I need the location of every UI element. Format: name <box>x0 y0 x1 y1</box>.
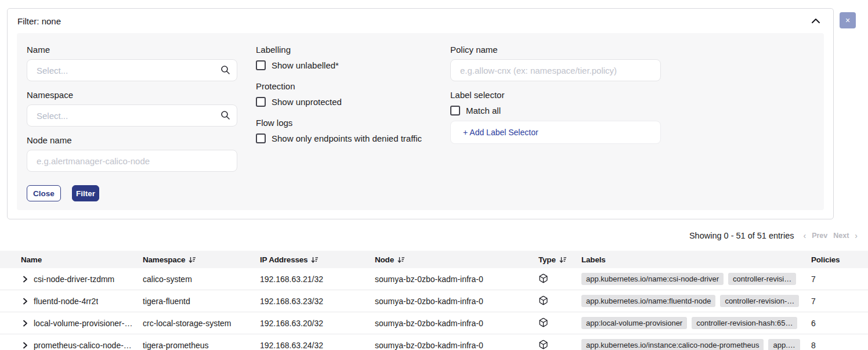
label-chip[interactable]: controller-revisi… <box>728 273 796 285</box>
expand-row-button[interactable] <box>21 297 29 305</box>
sort-icon <box>189 256 196 264</box>
sort-icon <box>397 256 405 264</box>
name-select-input[interactable] <box>27 59 237 81</box>
expand-row-icon <box>21 319 29 327</box>
expand-row-icon <box>21 275 29 283</box>
search-icon <box>220 65 230 77</box>
match-all-checkbox[interactable] <box>450 106 460 116</box>
column-header-namespace[interactable]: Namespace <box>143 255 260 264</box>
next-page-link[interactable]: Next <box>833 232 849 240</box>
prev-chevron-icon[interactable]: ‹ <box>803 231 806 240</box>
filter-column-middle: Labelling Show unlabelled* Protection Sh… <box>256 44 453 144</box>
label-selector-section-label: Label selector <box>450 89 661 101</box>
show-unprotected-checkbox[interactable] <box>256 97 266 107</box>
policy-name-input[interactable] <box>450 59 661 81</box>
add-label-selector-button[interactable]: + Add Label Selector <box>450 121 661 144</box>
collapse-filter-button[interactable] <box>811 18 820 24</box>
endpoint-name-cell: local-volume-provisioner-… <box>21 319 143 328</box>
column-header-ip-addresses[interactable]: IP Addresses <box>260 255 375 264</box>
filter-title: Filter: none <box>17 16 61 26</box>
label-chip[interactable]: app.… <box>768 339 800 350</box>
table-row: local-volume-provisioner-…crc-local-stor… <box>0 312 868 334</box>
table-row: prometheus-calico-node-…tigera-prometheu… <box>0 334 868 350</box>
endpoint-ip: 192.168.63.24/32 <box>260 341 375 350</box>
endpoint-policies-count: 7 <box>811 275 868 284</box>
close-icon: × <box>845 16 850 25</box>
endpoint-name[interactable]: prometheus-calico-node-… <box>34 341 132 350</box>
endpoint-policies-count: 8 <box>811 341 868 350</box>
endpoint-node: soumya-bz-0zbo-kadm-infra-0 <box>375 341 538 350</box>
close-panel-button[interactable]: × <box>840 12 856 28</box>
endpoint-name[interactable]: local-volume-provisioner-… <box>34 319 132 328</box>
pod-icon <box>538 340 548 349</box>
column-header-label: IP Addresses <box>260 255 308 264</box>
endpoint-labels-cell: app.kubernetes.io/instance:calico-node-p… <box>581 339 811 350</box>
expand-row-button[interactable] <box>21 319 29 327</box>
filter-button[interactable]: Filter <box>72 185 99 201</box>
column-header-labels: Labels <box>581 255 811 264</box>
table-header-row: NameNamespaceIP AddressesNodeTypeLabelsP… <box>0 251 868 268</box>
prev-page-link[interactable]: Prev <box>812 232 827 240</box>
endpoint-namespace: tigera-prometheus <box>143 341 260 350</box>
endpoint-type-cell <box>538 340 581 350</box>
column-header-node[interactable]: Node <box>375 255 538 264</box>
sort-icon <box>311 256 319 264</box>
name-field-label: Name <box>27 44 237 56</box>
table-row: fluentd-node-4rr2ttigera-fluentd192.168.… <box>0 290 868 312</box>
endpoint-ip: 192.168.63.21/32 <box>260 275 375 284</box>
match-all-label: Match all <box>466 106 501 116</box>
filter-panel-header: Filter: none <box>8 9 833 33</box>
label-chip[interactable]: controller-revision-hash:65… <box>692 317 797 329</box>
endpoint-name[interactable]: fluentd-node-4rr2t <box>34 297 98 306</box>
labelling-section-label: Labelling <box>256 44 453 56</box>
endpoint-name-cell: prometheus-calico-node-… <box>21 341 143 350</box>
table-body: csi-node-driver-tzdmmcalico-system192.16… <box>0 268 868 350</box>
endpoint-name-cell: csi-node-driver-tzdmm <box>21 275 143 284</box>
chevron-up-icon <box>811 18 820 24</box>
column-header-type[interactable]: Type <box>538 255 581 264</box>
search-icon <box>220 110 230 122</box>
node-name-field-label: Node name <box>27 135 237 146</box>
filter-panel: Filter: none Name Namespace <box>7 8 834 219</box>
filter-form: Name Namespace Node name Close Filt <box>17 33 824 210</box>
column-header-label: Labels <box>581 255 606 264</box>
table-row: csi-node-driver-tzdmmcalico-system192.16… <box>0 268 868 290</box>
endpoint-name[interactable]: csi-node-driver-tzdmm <box>34 275 114 284</box>
endpoint-namespace: calico-system <box>143 275 260 284</box>
column-header-label: Name <box>21 255 42 264</box>
filter-column-right: Policy name Label selector Match all + A… <box>450 44 661 144</box>
denied-traffic-label: Show only endpoints with denied traffic <box>272 133 422 143</box>
denied-traffic-checkbox[interactable] <box>256 133 266 143</box>
label-chip[interactable]: controller-revision-… <box>720 295 799 307</box>
endpoint-name-cell: fluentd-node-4rr2t <box>21 297 143 306</box>
label-chip[interactable]: app.kubernetes.io/name:fluentd-node <box>581 295 715 307</box>
label-chip[interactable]: app.kubernetes.io/name:csi-node-driver <box>581 273 724 285</box>
node-name-input[interactable] <box>27 150 237 172</box>
show-unlabelled-checkbox[interactable] <box>256 60 266 70</box>
column-header-label: Node <box>375 255 394 264</box>
label-chip[interactable]: app:local-volume-provisioner <box>581 317 687 329</box>
namespace-select-input[interactable] <box>27 104 237 127</box>
expand-row-button[interactable] <box>21 275 29 283</box>
close-button[interactable]: Close <box>27 185 61 201</box>
column-header-name: Name <box>21 255 143 264</box>
expand-row-button[interactable] <box>21 341 29 349</box>
label-chip[interactable]: app.kubernetes.io/instance:calico-node-p… <box>581 339 764 350</box>
column-header-label: Type <box>538 255 556 264</box>
endpoint-type-cell <box>538 317 581 329</box>
endpoint-node: soumya-bz-0zbo-kadm-infra-0 <box>375 297 538 306</box>
column-header-label: Policies <box>811 255 840 264</box>
endpoint-policies-count: 7 <box>811 297 868 306</box>
pod-icon <box>538 317 548 327</box>
endpoint-node: soumya-bz-0zbo-kadm-infra-0 <box>375 319 538 328</box>
column-header-label: Namespace <box>143 255 185 264</box>
endpoint-namespace: tigera-fluentd <box>143 297 260 306</box>
filter-column-left: Name Namespace Node name Close Filt <box>27 44 237 201</box>
protection-section-label: Protection <box>256 81 453 92</box>
endpoints-table: NameNamespaceIP AddressesNodeTypeLabelsP… <box>0 251 868 350</box>
next-chevron-icon[interactable]: › <box>855 231 858 240</box>
pod-icon <box>538 273 548 283</box>
endpoint-type-cell <box>538 273 581 285</box>
endpoint-ip: 192.168.63.23/32 <box>260 297 375 306</box>
sort-icon <box>559 256 567 264</box>
